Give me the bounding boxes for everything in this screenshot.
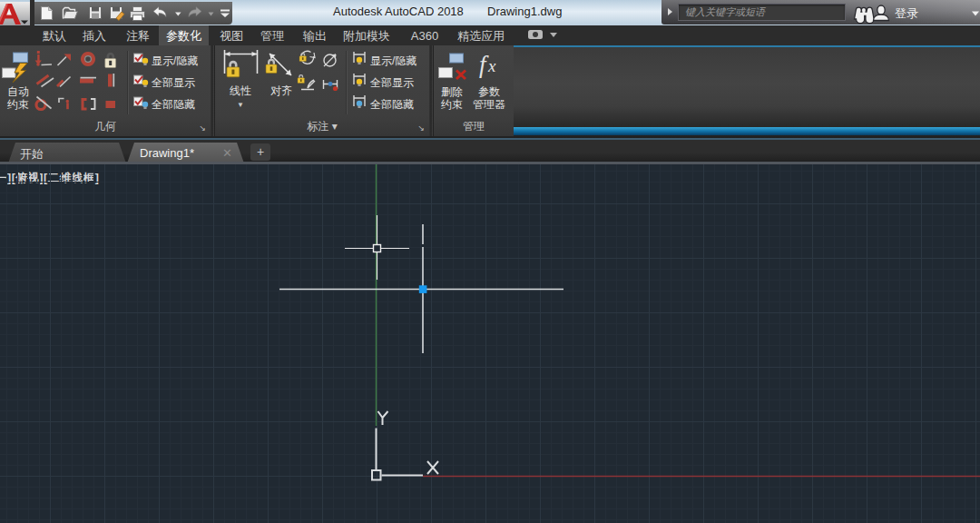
svg-text:x: x xyxy=(487,56,496,75)
